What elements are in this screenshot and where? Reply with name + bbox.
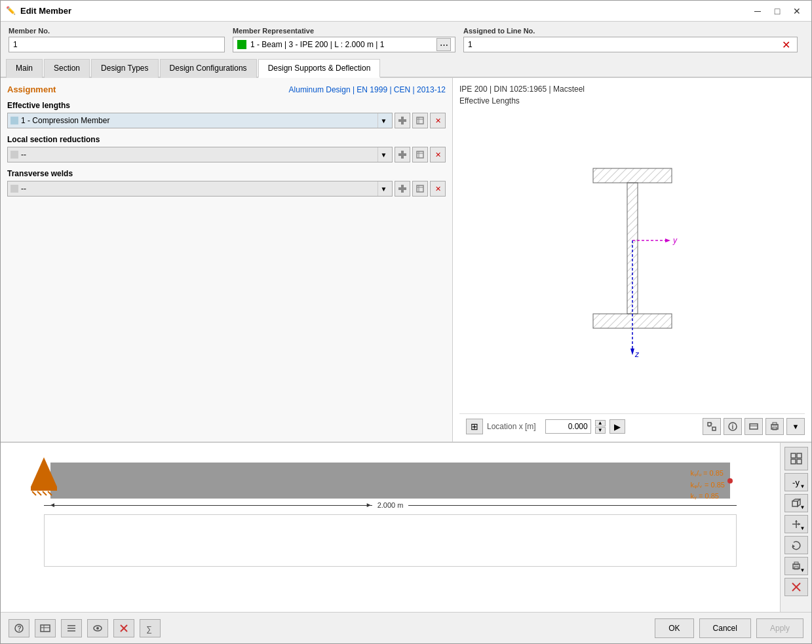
local-section-select[interactable]: -- ▼ bbox=[7, 147, 393, 162]
location-go-btn[interactable]: ▶ bbox=[609, 419, 625, 434]
member-no-input[interactable]: 1 bbox=[9, 37, 225, 52]
view-zoom-btn[interactable] bbox=[744, 418, 763, 435]
member-rep-inner: 1 - Beam | 3 - IPE 200 | L : 2.000 m | 1… bbox=[237, 38, 451, 51]
effective-lengths-group: Effective lengths 1 - Compression Member… bbox=[7, 101, 446, 128]
transverse-welds-delete-btn[interactable]: ✕ bbox=[430, 181, 446, 197]
member-rep-browse-button[interactable]: ⋯ bbox=[436, 38, 451, 51]
local-section-label: Local section reductions bbox=[7, 135, 446, 144]
svg-text:∑: ∑ bbox=[146, 624, 152, 634]
dimension-row: ◄ ► 2.000 m bbox=[44, 501, 737, 509]
svg-line-38 bbox=[32, 491, 36, 495]
section-subtitle: Effective Lengths bbox=[459, 96, 805, 105]
svg-rect-46 bbox=[792, 501, 798, 506]
print-icon bbox=[769, 421, 780, 432]
transverse-welds-edit-btn[interactable] bbox=[412, 181, 428, 197]
svg-rect-37 bbox=[31, 487, 57, 491]
member-rep-label: Member Representative bbox=[233, 27, 455, 35]
minimize-button[interactable]: ─ bbox=[748, 4, 767, 18]
toolbar-grid-btn[interactable] bbox=[784, 447, 808, 470]
line-no-input[interactable]: 1 ✕ bbox=[463, 37, 798, 52]
view-dropdown-btn[interactable]: ▼ bbox=[786, 418, 805, 435]
local-section-add-btn[interactable] bbox=[395, 147, 410, 162]
zoom-icon bbox=[748, 421, 759, 432]
header-section: Member No. 1 Member Representative 1 - B… bbox=[1, 22, 811, 58]
line-no-clear-button[interactable]: ✕ bbox=[779, 37, 793, 52]
add-icon bbox=[398, 116, 407, 125]
tab-section[interactable]: Section bbox=[44, 59, 90, 78]
toolbar-axes-btn[interactable]: ▼ bbox=[784, 515, 808, 533]
footer-right-buttons: OK Cancel Apply bbox=[655, 618, 803, 638]
member-rep-input[interactable]: 1 - Beam | 3 - IPE 200 | L : 2.000 m | 1… bbox=[233, 37, 455, 52]
info-icon: i bbox=[727, 421, 738, 432]
line-no-inner: 1 ✕ bbox=[468, 37, 793, 52]
effective-lengths-delete-btn[interactable]: ✕ bbox=[430, 113, 446, 128]
location-nav-btn[interactable]: ⊞ bbox=[466, 419, 483, 434]
tab-main[interactable]: Main bbox=[6, 59, 43, 78]
toolbar-yaxis-btn[interactable]: -y ▼ bbox=[784, 473, 808, 491]
cancel-button[interactable]: Cancel bbox=[699, 618, 751, 638]
cross-icon bbox=[119, 623, 129, 634]
svg-text:?: ? bbox=[18, 625, 22, 632]
footer-cross-btn[interactable] bbox=[113, 619, 134, 637]
footer-list-btn[interactable] bbox=[61, 619, 82, 637]
location-input[interactable] bbox=[545, 419, 591, 434]
dimension-label: 2.000 m bbox=[372, 501, 409, 509]
grid-icon bbox=[790, 452, 803, 465]
effective-lengths-add-btn[interactable] bbox=[395, 113, 410, 128]
tab-design-types[interactable]: Design Types bbox=[91, 59, 159, 78]
tabs-bar: Main Section Design Types Design Configu… bbox=[1, 58, 811, 78]
main-content: Assignment Aluminum Design | EN 1999 | C… bbox=[1, 78, 811, 442]
effective-lengths-edit-btn[interactable] bbox=[412, 113, 428, 128]
axes-dropdown-arrow: ▼ bbox=[800, 525, 806, 531]
effective-lengths-row: 1 - Compression Member ▼ bbox=[7, 113, 446, 128]
local-section-edit-btn[interactable] bbox=[412, 147, 428, 162]
location-step-down-btn[interactable]: ▼ bbox=[595, 427, 606, 434]
footer-table-btn[interactable] bbox=[35, 619, 56, 637]
toolbar-yaxis-group: -y ▼ bbox=[784, 473, 808, 491]
effective-lengths-arrow[interactable]: ▼ bbox=[377, 113, 389, 128]
view-info-btn[interactable]: i bbox=[724, 418, 742, 435]
apply-button[interactable]: Apply bbox=[756, 618, 803, 638]
help-icon: ? bbox=[14, 623, 24, 634]
effective-lengths-swatch bbox=[10, 117, 18, 124]
add-icon-2 bbox=[398, 150, 407, 159]
toolbar-rotate-btn[interactable] bbox=[784, 536, 808, 554]
local-section-delete-btn[interactable]: ✕ bbox=[430, 147, 446, 162]
left-panel: Assignment Aluminum Design | EN 1999 | C… bbox=[1, 78, 453, 442]
footer-eye-btn[interactable] bbox=[87, 619, 108, 637]
svg-rect-16 bbox=[593, 168, 672, 183]
effective-lengths-select[interactable]: 1 - Compression Member ▼ bbox=[7, 113, 393, 128]
member-no-label: Member No. bbox=[9, 27, 225, 35]
toolbar-reset-btn[interactable] bbox=[784, 578, 808, 596]
maximize-button[interactable]: □ bbox=[768, 4, 786, 18]
member-rep-value: 1 - Beam | 3 - IPE 200 | L : 2.000 m | 1 bbox=[250, 40, 433, 49]
transverse-welds-swatch bbox=[10, 185, 18, 193]
footer-help-btn[interactable]: ? bbox=[9, 619, 29, 637]
line-no-label: Assigned to Line No. bbox=[463, 27, 798, 35]
print-dropdown-arrow: ▼ bbox=[800, 567, 806, 573]
local-section-value: -- bbox=[21, 150, 377, 159]
footer-formula-btn[interactable]: ∑ bbox=[140, 619, 161, 637]
location-label: Location x [m] bbox=[487, 422, 536, 431]
footer-bar: ? bbox=[1, 612, 811, 643]
svg-line-39 bbox=[37, 491, 41, 495]
transverse-welds-add-btn[interactable] bbox=[395, 181, 410, 197]
tab-design-supports[interactable]: Design Supports & Deflection bbox=[258, 59, 381, 78]
design-info: Aluminum Design | EN 1999 | CEN | 2013-1… bbox=[289, 85, 446, 94]
tab-design-config[interactable]: Design Configurations bbox=[160, 59, 257, 78]
location-step-buttons: ▲ ▼ bbox=[595, 420, 606, 434]
transverse-welds-select[interactable]: -- ▼ bbox=[7, 181, 393, 197]
ok-button[interactable]: OK bbox=[655, 618, 693, 638]
support-svg bbox=[31, 457, 57, 497]
svg-rect-7 bbox=[417, 151, 423, 158]
location-bar: ⊞ Location x [m] ▲ ▼ ▶ bbox=[459, 413, 805, 435]
toolbar-view2-btn[interactable]: ▼ bbox=[784, 494, 808, 512]
svg-rect-6 bbox=[401, 151, 404, 159]
transverse-welds-arrow[interactable]: ▼ bbox=[377, 181, 389, 196]
local-section-arrow[interactable]: ▼ bbox=[377, 147, 389, 162]
toolbar-print-btn[interactable]: ▼ bbox=[784, 557, 808, 575]
location-step-up-btn[interactable]: ▲ bbox=[595, 420, 606, 426]
view-fit-btn[interactable] bbox=[703, 418, 721, 435]
view-print-btn[interactable] bbox=[765, 418, 784, 435]
close-button[interactable]: ✕ bbox=[788, 4, 806, 18]
